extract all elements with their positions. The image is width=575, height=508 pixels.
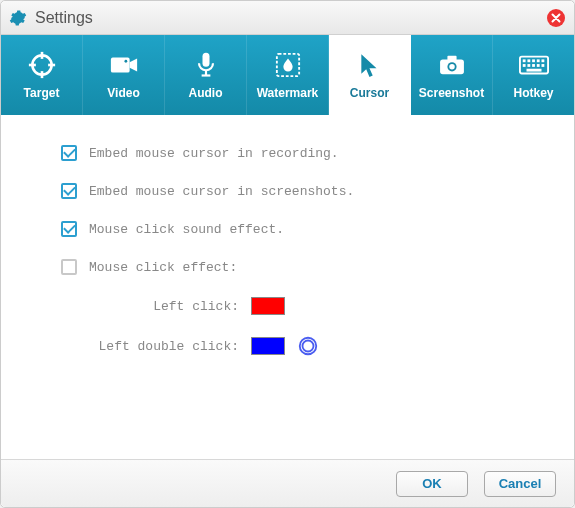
tab-watermark[interactable]: Watermark bbox=[247, 35, 329, 115]
option-embed-screenshots: Embed mouse cursor in screenshots. bbox=[61, 183, 554, 199]
tab-hotkey[interactable]: Hotkey bbox=[493, 35, 574, 115]
svg-rect-25 bbox=[536, 64, 539, 67]
screenshot-icon bbox=[436, 50, 468, 80]
tab-hotkey-label: Hotkey bbox=[513, 86, 553, 100]
svg-rect-21 bbox=[541, 59, 544, 62]
checkbox-embed-screenshots[interactable] bbox=[61, 183, 77, 199]
swatch-left-double-click[interactable] bbox=[251, 337, 285, 355]
checkbox-embed-recording[interactable] bbox=[61, 145, 77, 161]
swatch-left-click[interactable] bbox=[251, 297, 285, 315]
hotkey-icon bbox=[518, 50, 550, 80]
tab-watermark-label: Watermark bbox=[257, 86, 319, 100]
svg-rect-19 bbox=[532, 59, 535, 62]
label-embed-recording: Embed mouse cursor in recording. bbox=[89, 146, 339, 161]
close-button[interactable] bbox=[546, 8, 566, 28]
label-left-click: Left click: bbox=[81, 299, 251, 314]
ring-icon bbox=[297, 335, 319, 357]
video-icon bbox=[108, 50, 140, 80]
tab-target[interactable]: Target bbox=[1, 35, 83, 115]
dialog-footer: OK Cancel bbox=[1, 459, 574, 507]
svg-rect-26 bbox=[541, 64, 544, 67]
tab-audio[interactable]: Audio bbox=[165, 35, 247, 115]
window-title: Settings bbox=[35, 9, 93, 27]
ok-button[interactable]: OK bbox=[396, 471, 468, 497]
svg-point-29 bbox=[303, 341, 314, 352]
svg-point-7 bbox=[124, 60, 127, 63]
svg-point-15 bbox=[449, 64, 455, 70]
watermark-icon bbox=[272, 50, 304, 80]
option-embed-recording: Embed mouse cursor in recording. bbox=[61, 145, 554, 161]
tab-screenshot[interactable]: Screenshot bbox=[411, 35, 493, 115]
row-left-double-click: Left double click: bbox=[81, 335, 554, 357]
svg-rect-13 bbox=[447, 56, 456, 61]
tab-video-label: Video bbox=[107, 86, 139, 100]
cursor-icon bbox=[354, 50, 386, 80]
settings-window: Settings Target bbox=[0, 0, 575, 508]
svg-rect-20 bbox=[536, 59, 539, 62]
click-effect-suboptions: Left click: Left double click: bbox=[81, 297, 554, 357]
svg-rect-17 bbox=[522, 59, 525, 62]
svg-rect-8 bbox=[202, 53, 209, 67]
tab-video[interactable]: Video bbox=[83, 35, 165, 115]
tab-target-label: Target bbox=[24, 86, 60, 100]
target-icon bbox=[26, 50, 58, 80]
label-click-sound: Mouse click sound effect. bbox=[89, 222, 284, 237]
label-click-effect: Mouse click effect: bbox=[89, 260, 237, 275]
option-click-effect: Mouse click effect: bbox=[61, 259, 554, 275]
svg-rect-18 bbox=[527, 59, 530, 62]
label-left-double-click: Left double click: bbox=[81, 339, 251, 354]
tab-audio-label: Audio bbox=[189, 86, 223, 100]
svg-rect-27 bbox=[526, 69, 541, 72]
option-click-sound: Mouse click sound effect. bbox=[61, 221, 554, 237]
cancel-button[interactable]: Cancel bbox=[484, 471, 556, 497]
row-left-click: Left click: bbox=[81, 297, 554, 315]
svg-rect-23 bbox=[527, 64, 530, 67]
gear-icon bbox=[9, 9, 27, 27]
checkbox-click-sound[interactable] bbox=[61, 221, 77, 237]
titlebar: Settings bbox=[1, 1, 574, 35]
svg-rect-6 bbox=[110, 58, 129, 73]
tab-bar: Target Video Audio bbox=[1, 35, 574, 115]
svg-rect-24 bbox=[532, 64, 535, 67]
checkbox-click-effect[interactable] bbox=[61, 259, 77, 275]
label-embed-screenshots: Embed mouse cursor in screenshots. bbox=[89, 184, 354, 199]
svg-rect-22 bbox=[522, 64, 525, 67]
tab-cursor-label: Cursor bbox=[350, 86, 389, 100]
audio-icon bbox=[190, 50, 222, 80]
tab-screenshot-label: Screenshot bbox=[419, 86, 484, 100]
tab-cursor[interactable]: Cursor bbox=[329, 35, 411, 115]
cursor-settings-panel: Embed mouse cursor in recording. Embed m… bbox=[1, 115, 574, 459]
